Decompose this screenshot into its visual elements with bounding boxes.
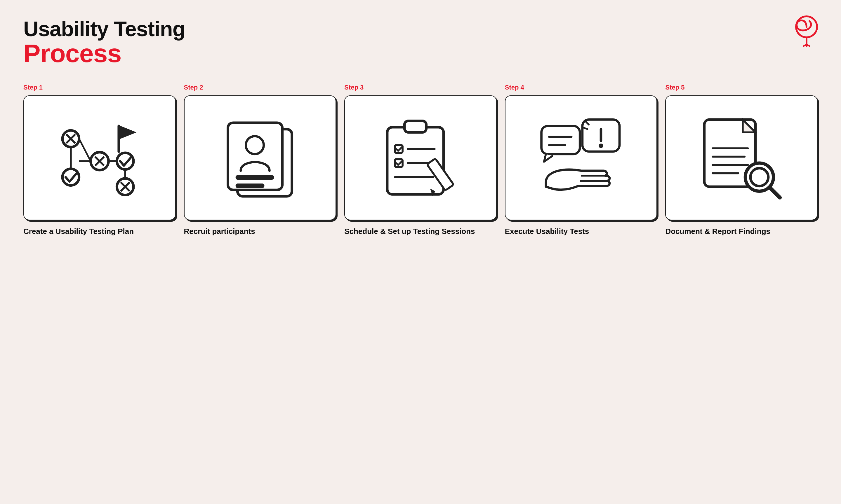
step-5-label: Step 5	[665, 84, 685, 91]
svg-rect-25	[405, 121, 426, 132]
clipboard-pencil-icon	[365, 113, 476, 203]
title-line1: Usability Testing	[23, 18, 818, 40]
step-4-label: Step 4	[505, 84, 524, 91]
flowchart-icon	[44, 113, 155, 203]
svg-rect-23	[236, 183, 264, 188]
step-1-item: Step 1	[23, 84, 176, 236]
step-3-card	[344, 95, 497, 220]
feedback-hand-icon	[525, 113, 637, 203]
id-card-icon	[204, 113, 316, 203]
svg-rect-22	[236, 175, 274, 179]
steps-container: Step 1	[23, 84, 818, 236]
page-container: Usability Testing Process Step 1	[0, 0, 841, 504]
step-5-item: Step 5 D	[665, 84, 818, 236]
svg-point-38	[599, 144, 603, 148]
step-2-card	[184, 95, 337, 220]
step-2-description: Recruit participants	[184, 227, 255, 236]
step-3-description: Schedule & Set up Testing Sessions	[344, 227, 475, 236]
step-5-description: Document & Report Findings	[665, 227, 770, 236]
logo-area	[791, 15, 818, 48]
brand-logo-icon	[791, 15, 818, 47]
step-4-item: Step 4	[505, 84, 657, 236]
step-4-card	[505, 95, 657, 220]
step-2-item: Step 2 Recruit participants	[184, 84, 337, 236]
svg-line-18	[79, 139, 90, 161]
svg-line-50	[770, 187, 780, 197]
step-2-label: Step 2	[184, 84, 203, 91]
svg-rect-33	[542, 126, 580, 154]
step-4-description: Execute Usability Tests	[505, 227, 589, 236]
svg-rect-20	[228, 123, 282, 190]
step-3-item: Step 3	[344, 84, 497, 236]
step-3-label: Step 3	[344, 84, 363, 91]
step-1-label: Step 1	[23, 84, 42, 91]
step-1-card	[23, 95, 176, 220]
svg-point-49	[751, 168, 768, 186]
step-1-description: Create a Usability Testing Plan	[23, 227, 134, 236]
title-line2: Process	[23, 40, 818, 66]
document-search-icon	[686, 113, 797, 203]
header-section: Usability Testing Process	[23, 18, 818, 66]
step-5-card	[665, 95, 818, 220]
